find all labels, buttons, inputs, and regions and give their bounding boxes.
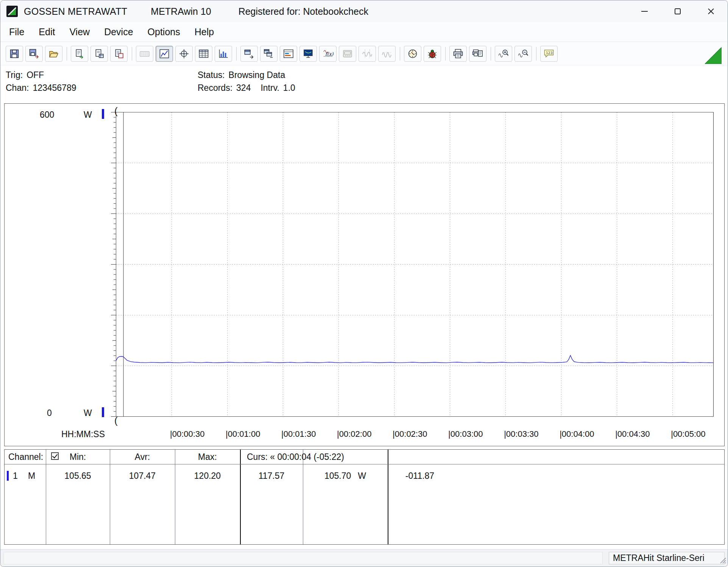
records-label: Records:: [198, 83, 232, 93]
toolbar-separator: [236, 47, 237, 61]
toolbar-save-button[interactable]: [6, 46, 23, 62]
toolbar-export-report-button[interactable]: [71, 46, 88, 62]
channel1-axis-marker-top: [102, 109, 104, 119]
value-cursor2-cell: 105.70W: [303, 471, 388, 481]
title-bar: GOSSEN METRAWATT METRAwin 10 Registered …: [0, 0, 728, 22]
y-axis-max-label: 600: [40, 110, 54, 120]
toolbar-separator: [67, 47, 67, 61]
header-max: Max:: [175, 452, 240, 462]
x-axis-format-label: HH:MM:SS: [61, 429, 105, 439]
toolbar-monitor-view-button[interactable]: [299, 46, 317, 62]
toolbar-separator: [445, 47, 446, 61]
channel-number: 1: [13, 471, 18, 481]
toolbar-function-fx-button[interactable]: f(x): [319, 46, 337, 62]
toolbar-waveform-markers-button[interactable]: [359, 46, 376, 62]
time-tick-label: |00:04:30: [615, 429, 650, 439]
chan-value: 123456789: [33, 83, 76, 93]
resize-grip-icon[interactable]: [717, 555, 726, 565]
toolbar-record-bug-button[interactable]: [424, 46, 441, 62]
minimize-button[interactable]: [628, 0, 661, 22]
device-online-indicator-icon: [705, 47, 722, 65]
records-line: Records:324Intrv.1.0: [198, 81, 295, 94]
toolbar-window-tile-button[interactable]: [260, 46, 277, 62]
status-bar: METRAHit Starline-Seri: [0, 549, 728, 567]
toolbar-print-preview-button[interactable]: [469, 46, 486, 62]
time-tick-label: |00:02:30: [393, 429, 427, 439]
menu-item-view[interactable]: View: [62, 26, 97, 37]
minimize-icon: [641, 11, 648, 12]
time-tick-label: |00:02:00: [337, 429, 371, 439]
toolbar-profile-timeline-button[interactable]: [280, 46, 297, 62]
toolbar-separator: [491, 47, 491, 61]
toolbar-bar-chart-button[interactable]: [215, 46, 232, 62]
menu-item-file[interactable]: File: [2, 26, 31, 37]
title-brand: GOSSEN METRAWATT: [24, 6, 127, 17]
value-min: 105.65: [46, 471, 110, 481]
trig-label: Trig:: [6, 70, 23, 80]
metrawin-window: { "window": { "title_brand": "GOSSEN MET…: [0, 0, 728, 567]
toolbar-zoom-out-button[interactable]: [514, 46, 532, 62]
header-divider: [5, 464, 724, 464]
app-logo-icon: [6, 6, 18, 17]
header-channel: Channel:: [8, 452, 43, 462]
toolbar-print-button[interactable]: [449, 46, 467, 62]
header-min: Min:: [46, 452, 110, 462]
menu-bar: FileEditViewDeviceOptionsHelp: [0, 22, 728, 42]
cursor1-marker-top[interactable]: (: [114, 105, 118, 117]
toolbar-numeric-display-button[interactable]: [136, 46, 153, 62]
status-records-info: Status:Browsing Data Records:324Intrv.1.…: [198, 69, 295, 94]
toolbar-export-data-button[interactable]: [90, 46, 108, 62]
maximize-icon: [675, 8, 681, 14]
statusbar-message-cell: [3, 552, 603, 564]
interval-label: Intrv.: [260, 83, 279, 93]
statusbar-device-cell: METRAHit Starline-Seri: [609, 552, 725, 564]
menu-item-options[interactable]: Options: [140, 26, 187, 37]
trigger-channel-info: Trig:OFF Chan:123456789: [6, 69, 76, 94]
time-tick-label: |00:05:00: [671, 429, 705, 439]
status-line: Status:Browsing Data: [198, 69, 295, 81]
toolbar-save-copy-button[interactable]: [25, 46, 43, 62]
records-value: 324: [236, 83, 251, 93]
time-tick-label: |00:01:30: [281, 429, 316, 439]
y-axis-min-label: 0: [47, 408, 52, 418]
close-icon: [707, 8, 715, 15]
toolbar-zoom-in-button[interactable]: [495, 46, 512, 62]
value-delta: -011.87: [388, 471, 452, 481]
toolbar-separator: [400, 47, 400, 61]
menu-item-device[interactable]: Device: [97, 26, 140, 37]
y-axis-unit-top: W: [84, 110, 92, 120]
menu-item-edit[interactable]: Edit: [31, 26, 62, 37]
channel-values-panel: Channel: Min: Avr: Max: Curs: « 00:00:04…: [4, 449, 725, 545]
close-button[interactable]: [694, 0, 728, 22]
value-cursor2: 105.70: [324, 471, 351, 481]
toolbar-device-display-button[interactable]: [339, 46, 356, 62]
trigger-line: Trig:OFF: [6, 69, 76, 81]
chart-panel: 600 W 0 W ( ( HH:MM:SS |00:00:30|00:01:0…: [4, 103, 725, 446]
value-cursor2-unit: W: [358, 471, 366, 481]
toolbar-separator: [132, 47, 132, 61]
time-tick-label: |00:03:00: [448, 429, 483, 439]
toolbar: f(x)123: [0, 42, 728, 65]
toolbar-export-copy-button[interactable]: [110, 46, 128, 62]
time-tick-label: |00:04:00: [560, 429, 594, 439]
status-value: Browsing Data: [229, 70, 285, 80]
toolbar-crosshair-button[interactable]: [175, 46, 193, 62]
value-avr: 107.47: [110, 471, 175, 481]
cursor1-marker-bottom[interactable]: (: [114, 415, 118, 427]
toolbar-line-chart-button[interactable]: [156, 46, 173, 62]
header-avr: Avr:: [110, 452, 175, 462]
svg-text:123: 123: [546, 50, 553, 55]
window-controls: [628, 0, 728, 22]
toolbar-meter-clock-button[interactable]: [404, 46, 421, 62]
value-cursor1: 117.57: [240, 471, 303, 481]
toolbar-annotation-note-button[interactable]: 123: [540, 46, 558, 62]
toolbar-open-button[interactable]: [45, 46, 62, 62]
channel-line: Chan:123456789: [6, 81, 76, 94]
maximize-button[interactable]: [661, 0, 694, 22]
toolbar-window-cascade-button[interactable]: [240, 46, 258, 62]
menu-item-help[interactable]: Help: [187, 26, 221, 37]
status-label: Status:: [198, 70, 225, 80]
toolbar-waveform-button[interactable]: [378, 46, 396, 62]
toolbar-data-table-button[interactable]: [195, 46, 212, 62]
chart-plot-svg[interactable]: [5, 104, 725, 447]
